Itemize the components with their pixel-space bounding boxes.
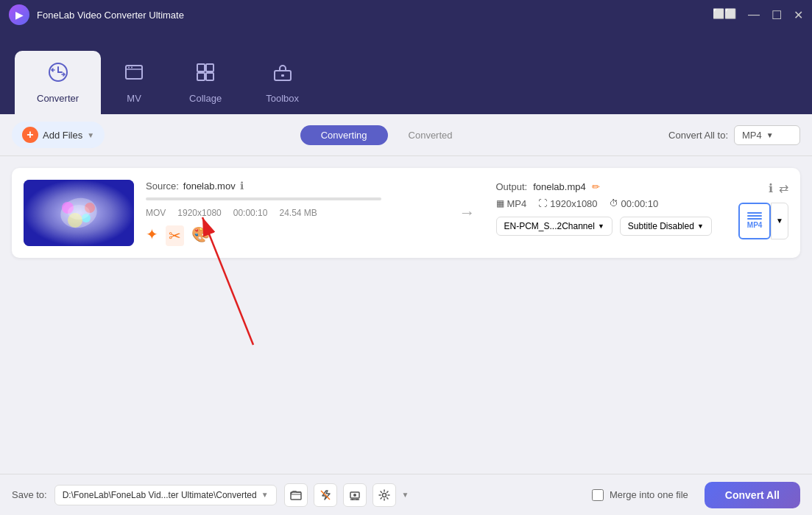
output-header: Output: fonelab.mp4 ✏ [496,181,733,192]
caption-icon[interactable]: ⬜⬜ [713,8,736,22]
output-duration-value: 00:00:10 [621,198,659,209]
effects-icon[interactable]: ✦ [146,225,158,246]
subtitle-dropdown[interactable]: Subtitle Disabled ▼ [620,217,712,236]
file-card: Source: fonelab.mov ℹ MOV 1920x1080 00:0… [12,168,800,258]
thumbnail-image [24,180,134,246]
svg-point-16 [68,205,90,220]
toolbar: + Add Files ▼ Converting Converted Conve… [0,114,812,156]
cut-icon[interactable]: ✂ [166,225,184,246]
file-source: Source: fonelab.mov ℹ [146,180,439,192]
nav-tabs: Converter MV [0,29,812,114]
format-value: MP4 [742,130,762,141]
svg-rect-7 [206,73,213,80]
file-thumbnail [24,180,134,246]
format-badge-label: MP4 [747,221,763,229]
flash-off-button[interactable] [314,483,337,507]
app-title: FoneLab Video Converter Ultimate [37,10,713,21]
tab-toolbox-label: Toolbox [266,93,299,104]
format-change-icon: ▼ [776,217,783,225]
output-edit-icon[interactable]: ✏ [592,181,600,192]
output-meta: ▦ MP4 ⛶ 1920x1080 ⏱ 00:00:10 [496,198,733,209]
output-section: Output: fonelab.mp4 ✏ ▦ MP4 ⛶ [496,181,789,245]
format-change-button[interactable]: ▼ [771,203,788,239]
format-badge-container: MP4 ▼ [738,203,788,239]
audio-channel-dropdown[interactable]: EN-PCM_S...2Channel ▼ [496,217,612,236]
svg-point-2 [128,67,130,69]
output-format-value: MP4 [507,198,527,209]
output-format-icon: ▦ [496,198,504,209]
tab-collage[interactable]: Collage [167,51,244,114]
tab-mv-label: MV [127,93,141,104]
close-button[interactable]: ✕ [794,8,803,22]
output-filename: fonelab.mp4 [533,181,586,192]
settings-dropdown-icon[interactable]: ▼ [402,491,409,499]
tab-pills: Converting Converted [113,125,660,145]
progress-bar [146,197,381,200]
output-info-icon[interactable]: ℹ [769,181,773,195]
source-filename: fonelab.mov [183,181,236,192]
tab-converter-label: Converter [37,93,79,104]
subtitle-dropdown-icon: ▼ [697,223,704,230]
svg-rect-5 [206,64,213,71]
source-info-icon[interactable]: ℹ [240,180,244,192]
svg-rect-6 [197,73,205,80]
output-resolution-icon: ⛶ [538,198,547,209]
output-resolution-item: ⛶ 1920x1080 [538,198,597,209]
palette-icon[interactable]: 🎨 [191,225,210,246]
merge-checkbox[interactable] [592,489,604,501]
convert-arrow-section: → [451,203,484,223]
file-meta: MOV 1920x1080 00:00:10 24.54 MB [146,208,439,218]
svg-point-24 [382,493,386,497]
svg-rect-17 [291,492,301,500]
tab-collage-label: Collage [189,93,222,104]
app-logo: ▶ [9,4,29,25]
save-to-label: Save to: [12,489,47,500]
save-path-selector[interactable]: D:\FoneLab\FoneLab Vid...ter Ultimate\Co… [54,485,277,505]
tab-converter[interactable]: Converter [15,51,101,114]
svg-point-20 [353,494,356,497]
merge-checkbox-section: Merge into one file [592,489,688,501]
file-format: MOV [146,208,166,218]
output-format-badge[interactable]: MP4 [738,203,771,239]
converted-tab[interactable]: Converted [388,125,473,145]
bottom-icons: ▼ [284,483,409,507]
svg-rect-9 [281,74,284,77]
toolbox-icon [272,61,294,88]
convert-all-button[interactable]: Convert All [705,482,800,508]
tab-mv[interactable]: MV [101,51,167,114]
content-area: Source: fonelab.mov ℹ MOV 1920x1080 00:0… [0,156,812,474]
convert-arrow-icon: → [459,203,476,223]
plus-icon: + [22,127,38,143]
file-actions: ✦ ✂ 🎨 [146,225,439,246]
output-settings-icon[interactable]: ⇄ [779,181,788,195]
format-select-dropdown[interactable]: MP4 ▼ [734,125,800,145]
converter-icon [47,61,69,88]
mv-icon [123,61,145,88]
titlebar: ▶ FoneLab Video Converter Ultimate ⬜⬜ — … [0,0,812,29]
format-badge-lines [747,212,762,220]
hardware-accel-button[interactable] [343,483,367,507]
collage-icon [194,61,216,88]
tab-toolbox[interactable]: Toolbox [244,51,321,114]
open-folder-button[interactable] [284,483,308,507]
file-duration: 00:00:10 [233,208,268,218]
convert-all-to-label: Convert All to: [668,130,728,141]
add-files-label: Add Files [43,130,82,141]
file-resolution: 1920x1080 [177,208,221,218]
add-files-dropdown-icon[interactable]: ▼ [87,131,94,139]
svg-point-3 [131,67,133,69]
source-label: Source: [146,181,179,192]
format-dropdown-icon: ▼ [766,131,774,139]
settings-button[interactable] [373,483,396,507]
merge-label[interactable]: Merge into one file [610,489,688,500]
minimize-button[interactable]: — [748,8,760,22]
output-resolution-value: 1920x1080 [550,198,597,209]
converting-tab[interactable]: Converting [300,125,388,145]
add-files-button[interactable]: + Add Files ▼ [12,122,105,148]
window-controls[interactable]: ⬜⬜ — ☐ ✕ [713,8,803,22]
convert-all-to-section: Convert All to: MP4 ▼ [668,125,800,145]
output-duration-item: ⏱ 00:00:10 [610,198,659,209]
output-label: Output: [496,181,528,192]
maximize-button[interactable]: ☐ [772,8,782,22]
save-path-text: D:\FoneLab\FoneLab Vid...ter Ultimate\Co… [63,490,257,500]
